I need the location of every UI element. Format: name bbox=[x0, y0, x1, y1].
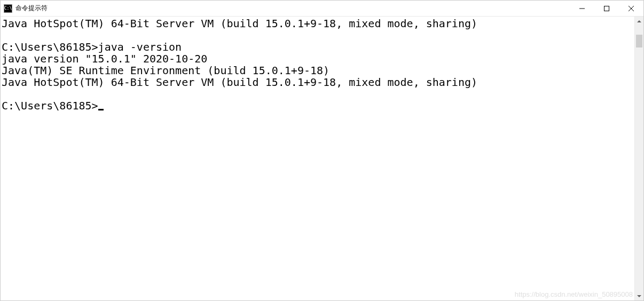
terminal-line: Java(TM) SE Runtime Environment (build 1… bbox=[2, 64, 329, 77]
terminal-line: C:\Users\86185>java -version bbox=[2, 41, 182, 53]
titlebar: C:\ 命令提示符 bbox=[1, 1, 643, 17]
window-title: 命令提示符 bbox=[15, 4, 570, 13]
cmd-icon: C:\ bbox=[4, 4, 12, 13]
terminal-output[interactable]: Java HotSpot(TM) 64-Bit Server VM (build… bbox=[1, 17, 634, 300]
chevron-up-icon bbox=[637, 19, 641, 23]
terminal-line: java version "15.0.1" 2020-10-20 bbox=[2, 52, 207, 65]
vertical-scrollbar[interactable] bbox=[634, 17, 643, 300]
scroll-thumb[interactable] bbox=[636, 35, 642, 47]
app-icon: C:\ bbox=[4, 4, 12, 13]
minimize-button[interactable] bbox=[570, 1, 594, 16]
close-icon bbox=[629, 6, 634, 11]
minimize-icon bbox=[579, 6, 585, 11]
scroll-down-button[interactable] bbox=[635, 291, 643, 300]
maximize-icon bbox=[604, 6, 609, 11]
content-area: Java HotSpot(TM) 64-Bit Server VM (build… bbox=[1, 17, 643, 300]
scroll-up-button[interactable] bbox=[635, 17, 643, 26]
chevron-down-icon bbox=[637, 294, 641, 298]
svg-marker-4 bbox=[637, 20, 641, 22]
terminal-line: Java HotSpot(TM) 64-Bit Server VM (build… bbox=[2, 76, 477, 89]
close-button[interactable] bbox=[619, 1, 643, 16]
cursor bbox=[98, 109, 104, 110]
terminal-line: Java HotSpot(TM) 64-Bit Server VM (build… bbox=[2, 17, 477, 30]
svg-marker-5 bbox=[637, 295, 641, 297]
window-controls bbox=[570, 1, 643, 16]
terminal-line: C:\Users\86185> bbox=[2, 99, 98, 112]
svg-rect-1 bbox=[604, 6, 609, 11]
maximize-button[interactable] bbox=[594, 1, 619, 16]
